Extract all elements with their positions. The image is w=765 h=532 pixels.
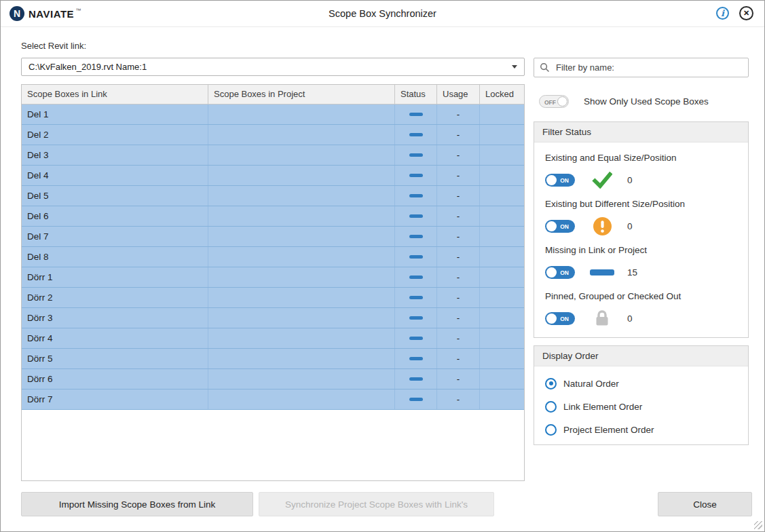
table-row[interactable]: Dörr 6 -: [22, 369, 524, 390]
revit-link-select[interactable]: C:\KvFalken_2019.rvt Name:1: [21, 58, 525, 76]
cell-project-name: [208, 288, 395, 307]
filter-status-title: Filter Status: [534, 122, 748, 142]
cell-usage: -: [437, 206, 480, 226]
cell-link-name: Del 7: [22, 227, 208, 246]
cell-project-name: [208, 308, 395, 328]
table-row[interactable]: Del 6 -: [22, 206, 524, 227]
scope-box-synchronizer-window: N NAVIATE ™ Scope Box Synchronizer i ✕ S…: [0, 0, 765, 532]
cell-status: [395, 288, 437, 307]
cell-link-name: Dörr 5: [22, 349, 208, 368]
cell-status: [395, 227, 437, 246]
radio-link-element-order[interactable]: [545, 401, 557, 413]
column-header-status: Status: [395, 85, 437, 104]
cell-status: [395, 206, 437, 226]
count-pinned: 0: [627, 314, 633, 324]
cell-usage: -: [437, 125, 480, 145]
missing-bar-icon: [586, 269, 618, 276]
import-missing-button[interactable]: Import Missing Scope Boxes from Link: [21, 492, 253, 516]
missing-status-icon: [409, 174, 423, 177]
cell-project-name: [208, 349, 395, 368]
missing-status-icon: [409, 235, 423, 238]
radio-project-element-order[interactable]: [545, 424, 557, 436]
missing-status-icon: [409, 255, 423, 259]
cell-link-name: Del 1: [22, 104, 208, 124]
toggle-existing-different[interactable]: ON: [545, 220, 575, 233]
cell-status: [395, 349, 437, 368]
warning-icon: [586, 217, 618, 235]
cell-usage: -: [437, 247, 480, 267]
cell-project-name: [208, 104, 395, 124]
filter-item-label: Existing but Different Size/Position: [545, 199, 737, 210]
table-row[interactable]: Del 1 -: [22, 104, 524, 125]
table-row[interactable]: Del 3 -: [22, 145, 524, 166]
cell-status: [395, 328, 437, 348]
table-row[interactable]: Dörr 1 -: [22, 267, 524, 288]
cell-link-name: Del 5: [22, 186, 208, 206]
missing-status-icon: [409, 276, 423, 279]
table-row[interactable]: Del 8 -: [22, 247, 524, 267]
toggle-state-label: ON: [560, 223, 569, 230]
radio-row-natural-order[interactable]: Natural Order: [545, 377, 737, 390]
missing-status-icon: [409, 214, 423, 218]
radio-natural-order[interactable]: [545, 378, 557, 390]
cell-locked: [480, 288, 524, 307]
cell-project-name: [208, 267, 395, 287]
missing-status-icon: [409, 153, 423, 157]
table-row[interactable]: Dörr 3 -: [22, 308, 524, 328]
cell-link-name: Del 3: [22, 145, 208, 165]
cell-status: [395, 186, 437, 206]
cell-usage: -: [437, 288, 480, 307]
search-icon: [540, 62, 550, 73]
cell-project-name: [208, 125, 395, 145]
info-icon[interactable]: i: [716, 7, 729, 20]
close-icon[interactable]: ✕: [739, 6, 753, 20]
missing-status-icon: [409, 194, 423, 197]
table-row[interactable]: Del 7 -: [22, 227, 524, 247]
cell-usage: -: [437, 369, 480, 389]
toggle-knob: [546, 314, 557, 324]
toggle-pinned[interactable]: ON: [545, 312, 575, 325]
missing-status-icon: [409, 398, 423, 401]
cell-usage: -: [437, 145, 480, 165]
cell-locked: [480, 308, 524, 328]
cell-link-name: Dörr 2: [22, 288, 208, 307]
resize-grip[interactable]: [754, 521, 762, 529]
cell-status: [395, 267, 437, 287]
radio-row-link-element-order[interactable]: Link Element Order: [545, 400, 737, 413]
table-row[interactable]: Del 2 -: [22, 125, 524, 145]
toggle-state-label: ON: [560, 269, 569, 276]
cell-project-name: [208, 390, 395, 409]
cell-project-name: [208, 166, 395, 185]
table-row[interactable]: Del 5 -: [22, 186, 524, 206]
table-row[interactable]: Del 4 -: [22, 166, 524, 186]
cell-project-name: [208, 328, 395, 348]
table-body: Del 1 - Del 2 - Del 3 - Del 4 - Del 5: [22, 104, 524, 410]
cell-link-name: Dörr 4: [22, 328, 208, 348]
missing-status-icon: [409, 296, 423, 299]
table-row[interactable]: Dörr 5 -: [22, 349, 524, 369]
cell-locked: [480, 390, 524, 409]
column-header-usage: Usage: [437, 85, 480, 104]
cell-link-name: Del 4: [22, 166, 208, 185]
close-button[interactable]: Close: [658, 492, 752, 516]
synchronize-button[interactable]: Synchronize Project Scope Boxes with Lin…: [259, 492, 494, 516]
toggle-existing-equal[interactable]: ON: [545, 174, 575, 187]
radio-row-project-element-order[interactable]: Project Element Order: [545, 423, 737, 436]
revit-link-value: C:\KvFalken_2019.rvt Name:1: [29, 62, 147, 72]
filter-by-name-input[interactable]: [555, 62, 743, 73]
cell-locked: [480, 186, 524, 206]
show-only-used-toggle[interactable]: OFF: [539, 95, 569, 108]
cell-status: [395, 308, 437, 328]
table-row[interactable]: Dörr 7 -: [22, 390, 524, 410]
scope-box-table: Scope Boxes in Link Scope Boxes in Proje…: [21, 84, 525, 481]
cell-locked: [480, 369, 524, 389]
cell-link-name: Dörr 1: [22, 267, 208, 287]
table-row[interactable]: Dörr 4 -: [22, 328, 524, 349]
toggle-missing[interactable]: ON: [545, 266, 575, 279]
cell-locked: [480, 267, 524, 287]
cell-link-name: Del 8: [22, 247, 208, 267]
cell-usage: -: [437, 390, 480, 409]
table-row[interactable]: Dörr 2 -: [22, 288, 524, 308]
cell-usage: -: [437, 308, 480, 328]
filter-item-missing: Missing in Link or Project ON 15: [545, 245, 737, 282]
